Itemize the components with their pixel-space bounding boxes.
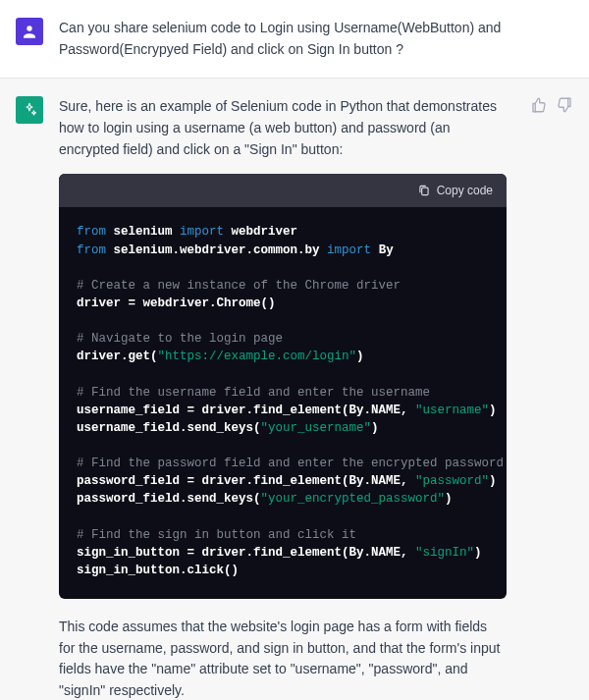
code-token: from [77, 243, 106, 257]
code-token: selenium.webdriver.common.by [114, 243, 320, 257]
user-avatar [16, 18, 43, 45]
thumbs-down-icon [556, 96, 573, 114]
code-header: Copy code [59, 174, 507, 207]
code-block: Copy code from selenium import webdriver… [59, 174, 507, 599]
copy-code-button[interactable]: Copy code [417, 182, 493, 200]
code-comment: # Navigate to the login page [77, 332, 283, 346]
thumbs-down-button[interactable] [556, 96, 573, 114]
user-message: Can you share selenium code to Login usi… [0, 0, 589, 79]
clipboard-icon [417, 184, 431, 197]
feedback-controls [530, 96, 573, 700]
code-token: driver.get( [77, 350, 158, 363]
code-string: "your_encrypted_password" [261, 492, 446, 506]
code-string: "username" [415, 404, 489, 417]
code-line: sign_in_button.click() [77, 564, 239, 577]
code-token: ) [489, 474, 497, 488]
svg-point-0 [27, 26, 31, 30]
code-string: "https://example.com/login" [158, 350, 357, 363]
code-line: driver = webdriver.Chrome() [77, 296, 276, 310]
assistant-paragraph-2: This code assumes that the website's log… [59, 617, 507, 700]
code-token: username_field = driver.find_element(By.… [77, 404, 415, 417]
code-string: "your_username" [261, 421, 372, 435]
code-token: sign_in_button = driver.find_element(By.… [77, 546, 415, 560]
code-content[interactable]: from selenium import webdriver from sele… [59, 207, 507, 599]
assistant-message: Sure, here is an example of Selenium cod… [0, 79, 589, 700]
code-comment: # Find the sign in button and click it [77, 528, 356, 542]
code-string: "password" [415, 474, 489, 488]
assistant-avatar [16, 96, 43, 124]
code-comment: # Find the password field and enter the … [77, 457, 504, 470]
code-token: ) [474, 546, 482, 560]
code-string: "signIn" [415, 546, 474, 560]
code-token: username_field.send_keys( [77, 421, 261, 435]
person-icon [21, 23, 38, 40]
code-token: ) [489, 404, 497, 417]
svg-rect-1 [421, 188, 427, 196]
code-token: password_field.send_keys( [77, 492, 261, 506]
code-token: ) [371, 421, 379, 435]
thumbs-up-button[interactable] [530, 96, 548, 114]
assistant-message-content: Sure, here is an example of Selenium cod… [59, 96, 507, 700]
code-token: selenium [114, 225, 173, 239]
assistant-intro-text: Sure, here is an example of Selenium cod… [59, 96, 507, 160]
sparkle-icon [21, 101, 38, 119]
code-token: import [180, 225, 224, 239]
user-message-content: Can you share selenium code to Login usi… [59, 18, 573, 60]
code-comment: # Create a new instance of the Chrome dr… [77, 279, 401, 293]
user-text: Can you share selenium code to Login usi… [59, 18, 573, 60]
code-token: import [327, 243, 371, 257]
code-token: ) [356, 350, 364, 363]
code-token: By [379, 243, 394, 257]
code-token: ) [445, 492, 453, 506]
code-token: webdriver [232, 225, 298, 239]
code-token: from [77, 225, 106, 239]
copy-code-label: Copy code [437, 182, 493, 200]
code-token: password_field = driver.find_element(By.… [77, 474, 415, 488]
code-comment: # Find the username field and enter the … [77, 386, 430, 400]
thumbs-up-icon [530, 96, 548, 114]
